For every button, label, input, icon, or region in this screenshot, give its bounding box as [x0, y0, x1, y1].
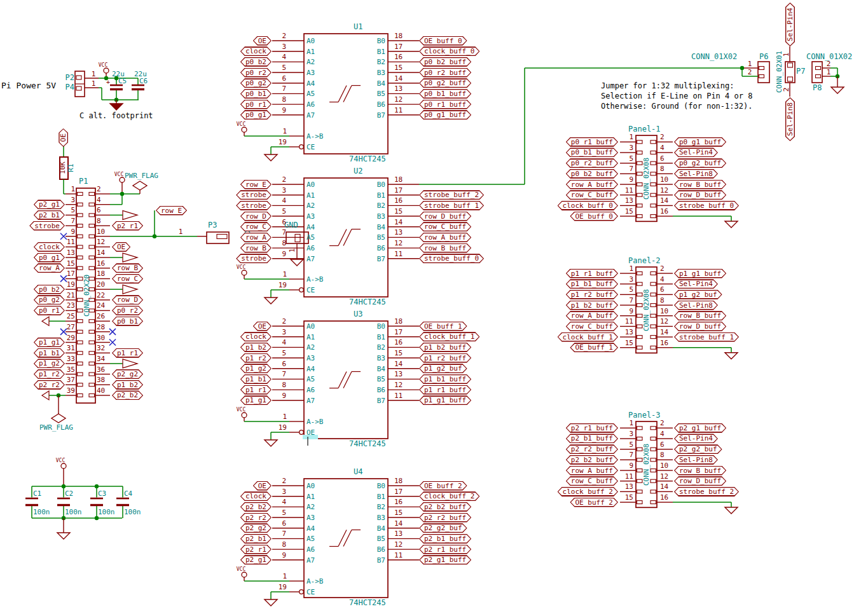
net-label-p1_b1_buff[interactable]: p1_b1_buff	[419, 374, 471, 384]
net-label-p0_g2_buff[interactable]: p0_g2_buff	[419, 78, 471, 88]
component-ref-U4[interactable]: U4	[354, 468, 362, 476]
net-label-p2_g1[interactable]: p2_g1	[34, 200, 65, 209]
component-ref-U1[interactable]: U1	[354, 23, 362, 31]
net-label-p1_b1[interactable]: p1_b1	[34, 348, 65, 358]
net-label-OE[interactable]: OE	[253, 36, 272, 46]
net-label-OE[interactable]: OE	[59, 128, 68, 146]
net-label-OE_buff_2[interactable]: OE_buff_2	[419, 481, 467, 491]
net-label-p1_r2[interactable]: p1_r2	[240, 353, 272, 363]
net-label-strobe_buff_2[interactable]: strobe_buff_2	[674, 487, 739, 496]
component-ref-U3[interactable]: U3	[354, 310, 362, 318]
net-label-strobe_buff_1[interactable]: strobe_buff_1	[674, 332, 739, 342]
component-ref-P2[interactable]: P2	[65, 74, 74, 81]
net-label-p0_g1[interactable]: p0_g1	[240, 110, 272, 120]
net-label-p2_g1_buff[interactable]: p2_g1_buff	[674, 423, 726, 433]
net-label-p1_g2_buf[interactable]: p1_g2_buf	[419, 364, 467, 373]
net-label-p0_r1_buff[interactable]: p0_r1_buff	[419, 100, 471, 109]
net-label-p1_b2[interactable]: p1_b2	[112, 380, 143, 390]
net-label-row_A_buff[interactable]: row_A_buff	[566, 311, 618, 320]
net-label-p2_b1[interactable]: p2_b1	[240, 534, 272, 544]
net-label-p2_r2[interactable]: p2_r2	[34, 380, 65, 390]
net-label-p2_r2[interactable]: p2_r2	[240, 513, 272, 523]
net-label-p0_b1_buff[interactable]: p0_b1_buff	[566, 147, 618, 157]
net-label-p0_b2_buff[interactable]: p0_b2_buff	[566, 169, 618, 179]
net-label-p0_b1[interactable]: p0_b1	[240, 89, 272, 99]
net-label-row_C[interactable]: row_C	[240, 222, 272, 231]
net-label-p2_b2_buff[interactable]: p2_b2_buff	[566, 455, 618, 465]
net-label-row_A_buff[interactable]: row_A_buff	[566, 180, 618, 189]
net-label-row_B_buff[interactable]: row_B_buff	[674, 180, 726, 189]
net-label-p2_r1[interactable]: p2_r1	[112, 221, 143, 231]
component-ref-C6[interactable]: C6	[139, 78, 148, 85]
net-label-p0_b2_buff[interactable]: p0_b2_buff	[419, 57, 471, 67]
net-label-row_A_buff[interactable]: row_A_buff	[566, 466, 618, 476]
net-label-p2_r1_buff[interactable]: p2_r1_buff	[419, 545, 471, 554]
net-label-OE_buff_0[interactable]: OE_buff_0	[419, 36, 467, 46]
net-label-row_B_buff[interactable]: row_B_buff	[419, 243, 471, 253]
net-label-p1_b2[interactable]: p1_b2	[240, 343, 272, 352]
net-label-p2_b1_buff[interactable]: p2_b1_buff	[419, 534, 471, 544]
net-label-clock[interactable]: clock	[240, 332, 272, 341]
net-label-p0_r2[interactable]: p0_r2	[112, 306, 143, 315]
net-label-p2_b2[interactable]: p2_b2	[112, 390, 143, 400]
net-label-p1_g1_buff[interactable]: p1_g1_buff	[674, 269, 726, 278]
net-label-OE[interactable]: OE	[253, 481, 272, 491]
net-label-row_C_buff[interactable]: row_C_buff	[566, 476, 618, 486]
net-label-row_E[interactable]: row_E	[240, 180, 272, 189]
net-label-row_B_buff[interactable]: row_B_buff	[674, 311, 726, 320]
net-label-strobe_buff_0[interactable]: strobe_buff_0	[419, 254, 484, 263]
net-label-row_A[interactable]: row_A	[34, 263, 65, 273]
net-label-row_B[interactable]: row_B	[240, 243, 272, 253]
net-label-p1_b2_buff[interactable]: p1_b2_buff	[566, 301, 618, 310]
net-label-p0_g1_buff[interactable]: p0_g1_buff	[674, 137, 726, 147]
net-label-row_E[interactable]: row_E	[156, 206, 187, 216]
component-ref-C2[interactable]: C2	[65, 490, 73, 497]
net-label-p1_g2[interactable]: p1_g2	[34, 359, 65, 368]
net-label-p2_b1_buff[interactable]: p2_b1_buff	[566, 434, 618, 443]
net-label-p0_g2_buff[interactable]: p0_g2_buff	[674, 158, 726, 168]
net-label-p1_r1[interactable]: p1_r1	[112, 348, 143, 358]
net-label-OE_buff_0[interactable]: OE_buff_0	[570, 212, 618, 221]
net-label-Sel-Pin4[interactable]: Sel-Pin4	[674, 279, 718, 289]
net-label-clock_buff_2[interactable]: clock_buff_2	[419, 491, 479, 501]
net-label-row_C_buff[interactable]: row_C_buff	[419, 222, 471, 231]
net-label-clock[interactable]: clock	[240, 491, 272, 501]
component-ref-C4[interactable]: C4	[124, 490, 132, 497]
net-label-clock[interactable]: clock	[34, 242, 65, 252]
net-label-p1_r2[interactable]: p1_r2	[34, 369, 65, 379]
net-label-strobe[interactable]: strobe	[236, 254, 272, 263]
net-label-p1_b2_buff[interactable]: p1_b2_buff	[419, 343, 471, 352]
net-label-row_D[interactable]: row_D	[112, 295, 143, 305]
component-ref-P4[interactable]: P4	[65, 83, 74, 91]
net-label-OE_buff_2[interactable]: OE_buff_2	[570, 498, 618, 507]
net-label-row_D_buff[interactable]: row_D_buff	[674, 190, 726, 200]
component-ref-C1[interactable]: C1	[33, 490, 41, 497]
net-label-row_C_buff[interactable]: row_C_buff	[566, 190, 618, 200]
net-label-clock_buff_0[interactable]: clock_buff_0	[558, 201, 618, 210]
net-label-p0_r1[interactable]: p0_r1	[240, 100, 272, 109]
component-ref-U2[interactable]: U2	[354, 167, 362, 175]
net-label-clock_buff_2[interactable]: clock_buff_2	[558, 487, 618, 496]
component-ref-Panel-1[interactable]: Panel-1	[628, 125, 661, 133]
net-label-clock_buff_1[interactable]: clock_buff_1	[419, 332, 479, 341]
net-label-p1_b1[interactable]: p1_b1	[240, 374, 272, 384]
net-label-p2_g1_buff[interactable]: p2_g1_buff	[419, 555, 471, 565]
net-label-OE[interactable]: OE	[253, 322, 272, 331]
component-ref-P1[interactable]: P1	[79, 177, 88, 185]
net-label-p0_r1_buff[interactable]: p0_r1_buff	[566, 137, 618, 147]
net-label-Sel-Pin4[interactable]: Sel-Pin4	[674, 434, 718, 443]
net-label-p2_b2[interactable]: p2_b2	[240, 502, 272, 512]
net-label-p0_r2_buff[interactable]: p0_r2_buff	[566, 158, 618, 168]
net-label-strobe_buff_0[interactable]: strobe_buff_0	[674, 201, 739, 210]
net-label-clock_buff_0[interactable]: clock_buff_0	[419, 46, 479, 56]
net-label-row_C_buff[interactable]: row_C_buff	[566, 322, 618, 331]
net-label-p1_g2_buf[interactable]: p1_g2_buf	[674, 290, 722, 299]
net-label-p2_r1_buff[interactable]: p2_r1_buff	[566, 423, 618, 433]
net-label-p0_r2[interactable]: p0_r2	[240, 68, 272, 78]
component-ref-C5[interactable]: C5	[118, 78, 127, 85]
net-label-p1_g1[interactable]: p1_g1	[240, 395, 272, 405]
net-label-row_D_buff[interactable]: row_D_buff	[419, 212, 471, 221]
net-label-clock_buff_1[interactable]: clock_buff_1	[558, 332, 618, 342]
net-label-p0_g2[interactable]: p0_g2	[240, 78, 272, 88]
net-label-strobe[interactable]: strobe	[236, 201, 272, 210]
